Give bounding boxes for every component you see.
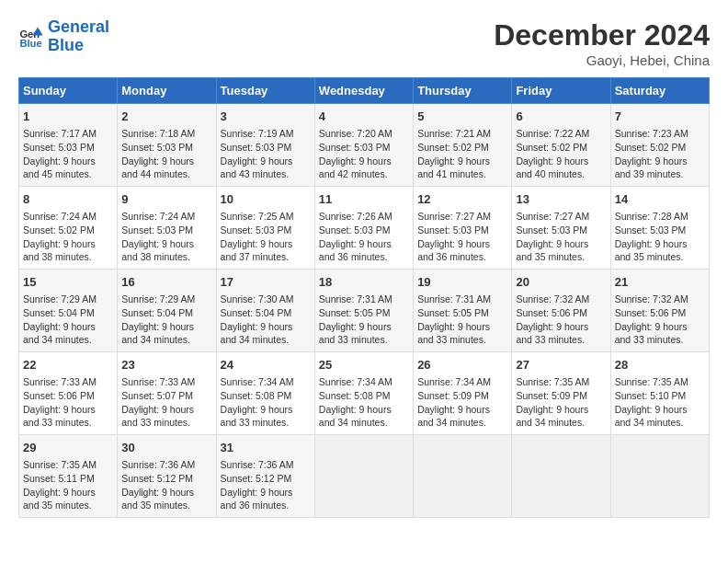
sunset-text: Sunset: 5:02 PM: [23, 224, 95, 236]
calendar-cell: 28Sunrise: 7:35 AMSunset: 5:10 PMDayligh…: [610, 352, 709, 435]
calendar-cell: 5Sunrise: 7:21 AMSunset: 5:02 PMDaylight…: [414, 104, 512, 187]
sunrise-text: Sunrise: 7:34 AM: [221, 376, 294, 387]
calendar-cell: 27Sunrise: 7:35 AMSunset: 5:09 PMDayligh…: [512, 352, 610, 435]
calendar-cell: 21Sunrise: 7:32 AMSunset: 5:06 PMDayligh…: [610, 270, 709, 352]
sunrise-text: Sunrise: 7:28 AM: [615, 211, 688, 222]
calendar-cell: [610, 435, 709, 518]
sunrise-text: Sunrise: 7:24 AM: [23, 211, 97, 222]
calendar-cell: [314, 435, 413, 518]
sunset-text: Sunset: 5:06 PM: [615, 307, 687, 318]
title-block: December 2024 Gaoyi, Hebei, China: [494, 18, 710, 68]
calendar-cell: 15Sunrise: 7:29 AMSunset: 5:04 PMDayligh…: [19, 270, 118, 352]
daylight-text: Daylight: 9 hours and 36 minutes.: [221, 487, 293, 511]
sunrise-text: Sunrise: 7:35 AM: [516, 376, 589, 387]
daylight-text: Daylight: 9 hours and 34 minutes.: [417, 404, 490, 429]
sunset-text: Sunset: 5:09 PM: [417, 390, 489, 401]
sunset-text: Sunset: 5:12 PM: [121, 473, 193, 484]
day-number: 13: [516, 191, 606, 208]
daylight-text: Daylight: 9 hours and 34 minutes.: [319, 404, 392, 429]
calendar-cell: 12Sunrise: 7:27 AMSunset: 5:03 PMDayligh…: [414, 187, 512, 270]
sunset-text: Sunset: 5:08 PM: [319, 390, 391, 401]
sunrise-text: Sunrise: 7:32 AM: [615, 293, 688, 304]
daylight-text: Daylight: 9 hours and 41 minutes.: [417, 155, 490, 180]
calendar-cell: 24Sunrise: 7:34 AMSunset: 5:08 PMDayligh…: [216, 352, 314, 435]
sunrise-text: Sunrise: 7:29 AM: [23, 293, 97, 304]
sunrise-text: Sunrise: 7:19 AM: [221, 128, 294, 139]
sunset-text: Sunset: 5:03 PM: [121, 142, 193, 153]
calendar-week-row: 1Sunrise: 7:17 AMSunset: 5:03 PMDaylight…: [19, 104, 710, 187]
day-number: 5: [417, 109, 507, 125]
sunrise-text: Sunrise: 7:29 AM: [121, 293, 195, 304]
calendar-cell: 29Sunrise: 7:35 AMSunset: 5:11 PMDayligh…: [19, 435, 118, 518]
day-number: 21: [615, 274, 705, 291]
day-number: 30: [121, 440, 211, 456]
calendar-cell: 30Sunrise: 7:36 AMSunset: 5:12 PMDayligh…: [118, 435, 216, 518]
calendar-cell: 20Sunrise: 7:32 AMSunset: 5:06 PMDayligh…: [512, 270, 610, 352]
sunrise-text: Sunrise: 7:21 AM: [417, 128, 491, 139]
calendar-week-row: 22Sunrise: 7:33 AMSunset: 5:06 PMDayligh…: [19, 352, 710, 435]
sunrise-text: Sunrise: 7:32 AM: [516, 293, 589, 304]
sunrise-text: Sunrise: 7:36 AM: [221, 459, 294, 470]
daylight-text: Daylight: 9 hours and 40 minutes.: [516, 155, 588, 180]
daylight-text: Daylight: 9 hours and 37 minutes.: [221, 238, 293, 263]
day-number: 14: [615, 191, 705, 208]
sunrise-text: Sunrise: 7:27 AM: [516, 211, 589, 222]
daylight-text: Daylight: 9 hours and 33 minutes.: [221, 404, 293, 429]
weekday-header: Friday: [512, 78, 610, 104]
day-number: 20: [516, 274, 606, 291]
month-title: December 2024: [494, 18, 710, 52]
daylight-text: Daylight: 9 hours and 33 minutes.: [121, 404, 194, 429]
day-number: 22: [23, 357, 113, 373]
day-number: 26: [417, 357, 507, 373]
day-number: 2: [121, 109, 211, 125]
daylight-text: Daylight: 9 hours and 35 minutes.: [516, 238, 588, 263]
calendar-cell: 23Sunrise: 7:33 AMSunset: 5:07 PMDayligh…: [118, 352, 216, 435]
day-number: 3: [221, 109, 311, 125]
sunset-text: Sunset: 5:03 PM: [319, 224, 391, 236]
sunrise-text: Sunrise: 7:24 AM: [121, 211, 195, 222]
calendar-week-row: 29Sunrise: 7:35 AMSunset: 5:11 PMDayligh…: [19, 435, 710, 518]
calendar-cell: 22Sunrise: 7:33 AMSunset: 5:06 PMDayligh…: [19, 352, 118, 435]
calendar-cell: 7Sunrise: 7:23 AMSunset: 5:02 PMDaylight…: [610, 104, 709, 187]
sunrise-text: Sunrise: 7:25 AM: [221, 211, 294, 222]
day-number: 10: [221, 191, 311, 208]
sunrise-text: Sunrise: 7:20 AM: [319, 128, 392, 139]
calendar-cell: 19Sunrise: 7:31 AMSunset: 5:05 PMDayligh…: [414, 270, 512, 352]
sunset-text: Sunset: 5:06 PM: [23, 390, 95, 401]
daylight-text: Daylight: 9 hours and 33 minutes.: [417, 321, 490, 346]
sunset-text: Sunset: 5:03 PM: [221, 224, 292, 236]
sunset-text: Sunset: 5:06 PM: [516, 307, 587, 318]
sunset-text: Sunset: 5:03 PM: [516, 224, 587, 236]
daylight-text: Daylight: 9 hours and 34 minutes.: [615, 404, 688, 429]
daylight-text: Daylight: 9 hours and 35 minutes.: [615, 238, 688, 263]
calendar-cell: 16Sunrise: 7:29 AMSunset: 5:04 PMDayligh…: [118, 270, 216, 352]
calendar-cell: 2Sunrise: 7:18 AMSunset: 5:03 PMDaylight…: [118, 104, 216, 187]
daylight-text: Daylight: 9 hours and 43 minutes.: [221, 155, 293, 180]
sunset-text: Sunset: 5:10 PM: [615, 390, 687, 401]
day-number: 18: [319, 274, 409, 291]
daylight-text: Daylight: 9 hours and 33 minutes.: [23, 404, 96, 429]
day-number: 27: [516, 357, 606, 373]
weekday-header-row: SundayMondayTuesdayWednesdayThursdayFrid…: [19, 78, 710, 104]
weekday-header: Sunday: [19, 78, 118, 104]
svg-text:Blue: Blue: [19, 38, 41, 49]
sunset-text: Sunset: 5:03 PM: [23, 142, 95, 153]
calendar-cell: 14Sunrise: 7:28 AMSunset: 5:03 PMDayligh…: [610, 187, 709, 270]
calendar-cell: 11Sunrise: 7:26 AMSunset: 5:03 PMDayligh…: [314, 187, 413, 270]
sunrise-text: Sunrise: 7:18 AM: [121, 128, 195, 139]
day-number: 23: [121, 357, 211, 373]
calendar-cell: 18Sunrise: 7:31 AMSunset: 5:05 PMDayligh…: [314, 270, 413, 352]
daylight-text: Daylight: 9 hours and 38 minutes.: [23, 238, 96, 263]
daylight-text: Daylight: 9 hours and 34 minutes.: [221, 321, 293, 346]
daylight-text: Daylight: 9 hours and 36 minutes.: [417, 238, 490, 263]
daylight-text: Daylight: 9 hours and 44 minutes.: [121, 155, 194, 180]
calendar-cell: 4Sunrise: 7:20 AMSunset: 5:03 PMDaylight…: [314, 104, 413, 187]
calendar-cell: 8Sunrise: 7:24 AMSunset: 5:02 PMDaylight…: [19, 187, 118, 270]
weekday-header: Monday: [118, 78, 216, 104]
sunrise-text: Sunrise: 7:27 AM: [417, 211, 491, 222]
sunset-text: Sunset: 5:05 PM: [417, 307, 489, 318]
sunrise-text: Sunrise: 7:35 AM: [23, 459, 97, 470]
daylight-text: Daylight: 9 hours and 36 minutes.: [319, 238, 392, 263]
sunrise-text: Sunrise: 7:36 AM: [121, 459, 195, 470]
day-number: 17: [221, 274, 311, 291]
